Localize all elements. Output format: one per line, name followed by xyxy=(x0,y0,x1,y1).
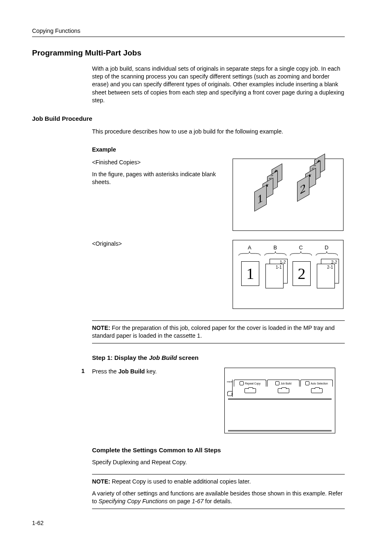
cover-number: 2 xyxy=(300,181,306,197)
figure-control-panel: ment Repeat Copy Job Build Auto Selectio… xyxy=(224,368,335,433)
step-number: 1 xyxy=(70,368,92,374)
tab-job-build: Job Build xyxy=(267,380,300,387)
subsection-heading: Job Build Procedure xyxy=(32,115,345,122)
original-page: 2-1 xyxy=(317,264,335,288)
running-head: Copying Functions xyxy=(32,28,345,37)
repeat-copy-icon xyxy=(240,381,244,385)
common-settings-text: Specify Duplexing and Repeat Copy. xyxy=(92,458,345,466)
tab-auto-selection: Auto Selection xyxy=(300,380,333,387)
figure-originals: A 1 B 1-2 1-1 xyxy=(233,240,344,309)
note-text: For the preparation of this job, colored… xyxy=(92,325,334,339)
figure-finished-copies: ★ 1-1 ★ 1 ★ 2-1 ★ 2 xyxy=(233,159,344,231)
panel-side-text: ment xyxy=(227,380,232,383)
finished-copies-label: <Finished Copies> xyxy=(92,159,224,166)
job-build-icon xyxy=(275,381,279,385)
column-letter: A xyxy=(248,244,251,251)
note-text: Repeat Copy is used to enable additional… xyxy=(110,478,251,485)
note-prefix: NOTE: xyxy=(92,325,110,331)
original-page: 2 xyxy=(293,261,311,286)
note-block: NOTE: For the preparation of this job, c… xyxy=(92,320,345,343)
note-prefix: NOTE: xyxy=(92,478,110,485)
button-hole xyxy=(278,388,289,393)
step-heading: Step 1: Display the Job Build screen xyxy=(92,354,345,361)
page-number: 1-62 xyxy=(32,520,44,526)
cover-number: 1 xyxy=(257,191,263,207)
column-letter: C xyxy=(299,244,303,251)
note-block: NOTE: Repeat Copy is used to enable addi… xyxy=(92,474,345,509)
button-hole xyxy=(244,388,256,393)
tab-repeat-copy: Repeat Copy xyxy=(234,380,266,387)
originals-label: <Originals> xyxy=(92,240,224,248)
auto-selection-icon xyxy=(305,381,309,385)
common-settings-heading: Complete the Settings Common to All Step… xyxy=(92,447,345,454)
finished-copies-text: In the figure, pages with asterisks indi… xyxy=(92,170,224,186)
page-title: Programming Multi-Part Jobs xyxy=(32,48,345,58)
intro-paragraph: With a job build, scans individual sets … xyxy=(92,65,345,104)
button-hole xyxy=(311,388,323,393)
procedure-intro: This procedure describes how to use a jo… xyxy=(92,128,345,136)
column-letter: B xyxy=(273,244,277,251)
original-page: 1-1 xyxy=(265,264,284,288)
step-text: Press the Job Build key. xyxy=(92,368,224,375)
original-page: 1 xyxy=(241,261,259,286)
example-label: Example xyxy=(92,146,345,153)
column-letter: D xyxy=(325,244,328,251)
